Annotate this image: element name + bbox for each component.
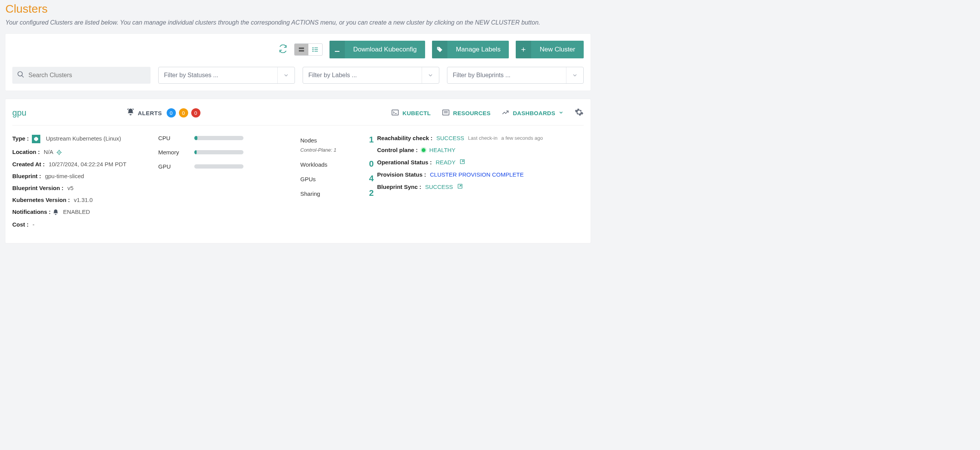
reach-value: SUCCESS [436,135,464,141]
cost-key: Cost : [12,221,29,228]
refresh-icon[interactable] [279,45,287,55]
manage-labels-button[interactable]: Manage Labels [432,41,509,58]
svg-point-9 [18,72,23,76]
status-column: Reachability check : SUCCESS Last check-… [377,135,584,233]
chart-icon [501,109,510,117]
resources-link[interactable]: RESOURCES [442,109,491,117]
terminal-icon [391,109,399,117]
search-icon [17,71,28,80]
nodes-key: Nodes [300,137,317,144]
k8s-value: v1.31.0 [74,197,93,203]
bell-icon [126,108,135,118]
created-value: 10/27/2024, 04:22:24 PM PDT [49,161,127,167]
search-input[interactable] [28,72,146,79]
gear-icon[interactable] [574,108,584,118]
notif-value: ENABLED [63,208,90,215]
chevron-down-icon [277,67,289,83]
filter-labels-label: Filter by Labels ... [308,72,357,79]
svg-line-10 [22,76,24,78]
alert-warn-badge[interactable]: 0 [179,108,188,117]
filter-statuses-select[interactable]: Filter by Statuses ... [158,67,295,84]
dashboards-label: DASHBOARDS [513,110,555,116]
labels-label: Manage Labels [447,46,509,53]
svg-point-8 [438,48,439,48]
bpv-value: v5 [68,185,74,191]
sync-key: Blueprint Sync : [377,184,421,190]
chevron-down-icon [558,110,564,116]
prov-key: Provision Status : [377,171,426,178]
gpu-bar [194,164,243,169]
mem-label: Memory [158,149,194,156]
download-kubeconfig-button[interactable]: Download Kubeconfig [329,41,425,58]
reach-key: Reachability check : [377,135,432,141]
resources-icon [442,109,450,117]
dashboards-link[interactable]: DASHBOARDS [501,109,564,117]
filter-status-label: Filter by Statuses ... [164,72,218,79]
gpus-key: GPUs [300,176,316,182]
external-link-icon[interactable] [459,159,465,166]
new-label: New Cluster [531,46,584,53]
sync-value: SUCCESS [425,184,453,190]
chevron-down-icon [566,67,578,83]
k8s-key: Kubernetes Version : [12,197,70,203]
svg-point-4 [313,49,313,50]
cost-value: - [33,221,35,228]
cpu-label: CPU [158,135,194,141]
tag-icon [432,41,447,58]
status-dot [422,148,425,152]
cp-value: HEALTHY [429,147,455,153]
bpv-key: Blueprint Version : [12,185,63,191]
kubectl-label: KUBECTL [402,110,431,116]
type-key: Type : [12,135,29,142]
reach-sub2: a few seconds ago [501,135,543,141]
svg-rect-11 [392,110,399,115]
plus-icon [516,41,531,58]
workloads-key: Workloads [300,161,328,168]
svg-point-18 [59,152,60,152]
resources-label: RESOURCES [453,110,491,116]
usage-column: CPU Memory GPU [158,135,300,233]
svg-point-6 [313,51,313,52]
external-link-icon[interactable] [457,183,463,190]
cluster-name-link[interactable]: gpu [12,108,26,118]
download-icon [329,41,345,58]
new-cluster-button[interactable]: New Cluster [516,41,584,58]
op-value: READY [436,159,456,165]
sharing-value: 2 [366,188,377,198]
view-list-icon[interactable] [308,44,322,55]
workloads-value: 0 [366,159,377,169]
gpu-label: GPU [158,163,194,170]
svg-point-2 [313,48,313,48]
bp-key: Blueprint : [12,173,41,179]
alerts-group: ALERTS 0 0 0 [126,108,200,118]
svg-rect-1 [299,50,304,52]
notif-key: Notifications : [12,208,51,215]
toolbar-card: Download Kubeconfig Manage Labels New Cl… [5,34,591,91]
filter-bp-label: Filter by Blueprints ... [453,72,510,79]
meta-column: Type : Upstream Kubernetes (Linux) Locat… [12,135,158,233]
alert-info-badge[interactable]: 0 [167,108,176,117]
op-key: Operational Status : [377,159,432,165]
stats-column: Nodes 1 Control-Plane: 1 Workloads 0 GPU… [300,135,377,233]
bell-icon [52,208,59,215]
control-plane-sub: Control-Plane: 1 [300,147,377,153]
mem-bar [194,150,243,154]
cpu-bar [194,136,243,140]
kubectl-link[interactable]: KUBECTL [391,109,431,117]
filter-blueprints-select[interactable]: Filter by Blueprints ... [447,67,584,84]
k8s-icon [32,135,40,143]
search-input-wrapper[interactable] [12,67,151,84]
page-title: Clusters [5,0,591,19]
alerts-label: ALERTS [138,110,162,116]
created-key: Created At : [12,161,45,167]
prov-value[interactable]: CLUSTER PROVISION COMPLETE [430,171,524,178]
target-icon[interactable] [55,149,62,155]
gpus-value: 4 [366,174,377,184]
svg-marker-16 [34,137,38,141]
alert-error-badge[interactable]: 0 [191,108,200,117]
view-card-icon[interactable] [295,44,308,55]
filter-labels-select[interactable]: Filter by Labels ... [303,67,439,84]
chevron-down-icon [422,67,434,83]
type-value: Upstream Kubernetes (Linux) [46,135,121,142]
reach-sub1: Last check-in [468,135,498,141]
